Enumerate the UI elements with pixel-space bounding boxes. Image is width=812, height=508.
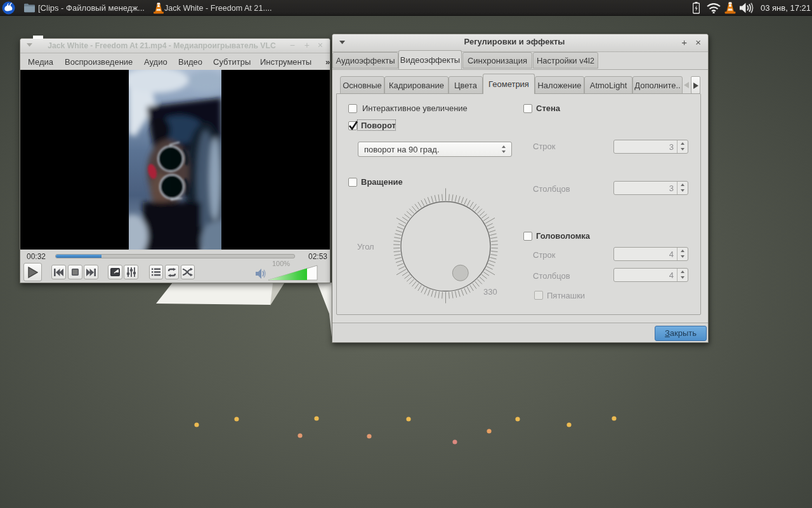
svg-text:[Clips - Файловый менедж...: [Clips - Файловый менедж... <box>38 3 145 13</box>
svg-text:03 янв, 17:21: 03 янв, 17:21 <box>761 3 811 13</box>
svg-text:Jack White - Freedom At 21....: Jack White - Freedom At 21.... <box>164 4 272 13</box>
